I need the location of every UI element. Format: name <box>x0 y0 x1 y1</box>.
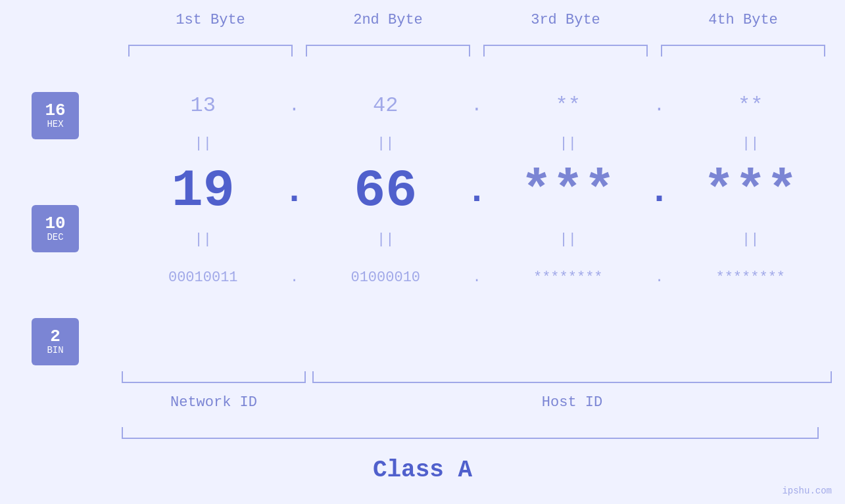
bracket-byte3 <box>483 45 648 57</box>
hex-byte1-value: 13 <box>191 93 216 118</box>
parallel2-cell2: || <box>304 231 468 248</box>
network-id-label: Network ID <box>122 394 306 411</box>
parallel1-cell2: || <box>304 135 468 152</box>
class-bracket <box>122 427 819 439</box>
hex-dot2: . <box>467 95 487 116</box>
dec-row: 19 . 66 . *** . *** <box>122 155 832 227</box>
hex-byte2-cell: 42 <box>304 93 468 118</box>
bin-dot1: . <box>285 269 304 286</box>
parallel1-cell3: || <box>487 135 650 152</box>
bin-byte1-cell: 00010011 <box>122 269 285 286</box>
hex-byte4-cell: ** <box>669 93 833 118</box>
dec-byte3-cell: *** <box>487 162 650 221</box>
parallel1-cell4: || <box>669 135 833 152</box>
parallel2-sym3: || <box>560 231 577 248</box>
parallel1-cell1: || <box>122 135 285 152</box>
parallel2-sym2: || <box>377 231 394 248</box>
bin-byte4-cell: ******** <box>669 269 833 286</box>
top-brackets <box>122 45 832 57</box>
bin-byte4-value: ******** <box>715 269 785 286</box>
bin-byte1-value: 00010011 <box>168 269 238 286</box>
watermark: ipshu.com <box>782 486 832 496</box>
host-bracket <box>312 371 832 383</box>
bin-byte2-value: 01000010 <box>350 269 420 286</box>
dec-byte1-value: 19 <box>172 165 235 218</box>
hex-byte1-cell: 13 <box>122 93 285 118</box>
bin-badge-label: BIN <box>47 345 63 356</box>
dec-byte4-cell: *** <box>669 162 833 221</box>
dec-dot3: . <box>650 171 669 212</box>
dec-dot1: . <box>285 171 304 212</box>
byte1-header: 1st Byte <box>122 12 299 28</box>
parallel-row-1: || || || || <box>122 131 832 155</box>
byte-headers: 1st Byte 2nd Byte 3rd Byte 4th Byte <box>122 12 832 28</box>
bracket-byte4 <box>661 45 825 57</box>
dec-byte2-cell: 66 <box>304 165 468 218</box>
hex-badge-num: 16 <box>45 102 65 119</box>
hex-byte3-value: ** <box>556 93 581 118</box>
network-bracket <box>122 371 306 383</box>
host-id-label: Host ID <box>312 394 832 411</box>
bin-byte3-value: ******** <box>533 269 603 286</box>
hex-dot3: . <box>650 95 669 116</box>
rows-container: 13 . 42 . ** . ** || <box>122 79 832 304</box>
hex-byte4-value: ** <box>738 93 763 118</box>
class-label: Class A <box>0 457 845 484</box>
hex-byte3-cell: ** <box>487 93 650 118</box>
hex-badge-label: HEX <box>47 119 63 130</box>
main-container: 1st Byte 2nd Byte 3rd Byte 4th Byte 16 H… <box>0 0 845 504</box>
parallel1-sym4: || <box>742 135 759 152</box>
bin-badge: 2 BIN <box>32 318 79 365</box>
hex-byte2-value: 42 <box>373 93 398 118</box>
parallel2-cell1: || <box>122 231 285 248</box>
bottom-brackets <box>122 371 832 383</box>
hex-dot1: . <box>285 95 304 116</box>
parallel1-sym1: || <box>195 135 212 152</box>
bracket-byte1 <box>128 45 293 57</box>
byte3-header: 3rd Byte <box>477 12 654 28</box>
dec-badge-num: 10 <box>45 215 65 232</box>
parallel2-cell3: || <box>487 231 650 248</box>
byte4-header: 4th Byte <box>654 12 832 28</box>
parallel2-cell4: || <box>669 231 833 248</box>
parallel1-sym3: || <box>560 135 577 152</box>
hex-row: 13 . 42 . ** . ** <box>122 79 832 131</box>
parallel1-sym2: || <box>377 135 394 152</box>
dec-dot2: . <box>467 171 487 212</box>
dec-byte1-cell: 19 <box>122 165 285 218</box>
id-labels: Network ID Host ID <box>122 394 832 411</box>
bin-dot3: . <box>650 269 669 286</box>
dec-byte2-value: 66 <box>354 165 417 218</box>
bin-byte2-cell: 01000010 <box>304 269 468 286</box>
byte2-header: 2nd Byte <box>299 12 477 28</box>
bin-badge-num: 2 <box>50 328 60 345</box>
dec-badge: 10 DEC <box>32 205 79 252</box>
bin-row: 00010011 . 01000010 . ******** . *******… <box>122 251 832 304</box>
badges-column: 16 HEX 10 DEC 2 BIN <box>32 92 79 365</box>
hex-badge: 16 HEX <box>32 92 79 139</box>
dec-byte4-value: *** <box>703 162 798 221</box>
bin-dot2: . <box>467 269 487 286</box>
parallel-row-2: || || || || <box>122 227 832 251</box>
parallel2-sym4: || <box>742 231 759 248</box>
bin-byte3-cell: ******** <box>487 269 650 286</box>
dec-badge-label: DEC <box>47 232 63 243</box>
bracket-byte2 <box>306 45 470 57</box>
dec-byte3-value: *** <box>521 162 616 221</box>
parallel2-sym1: || <box>195 231 212 248</box>
